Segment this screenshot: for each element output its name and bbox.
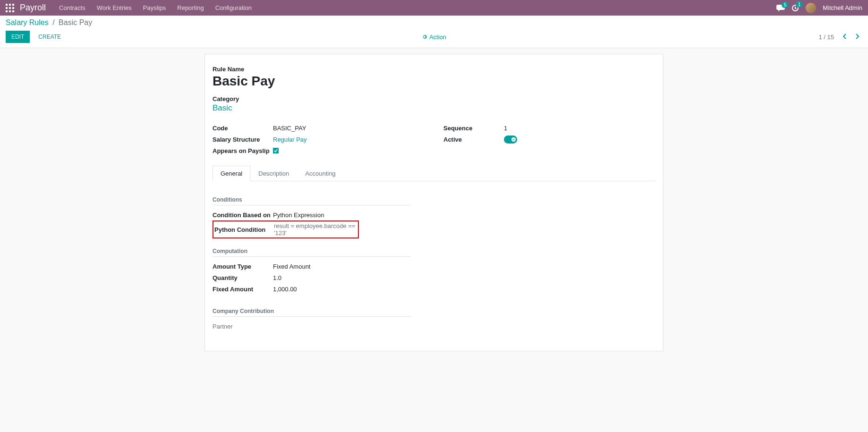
breadcrumb-separator: / — [52, 18, 54, 26]
svg-rect-3 — [6, 7, 8, 9]
breadcrumb: Salary Rules / Basic Pay — [6, 18, 92, 27]
amount-type-value: Fixed Amount — [273, 263, 311, 270]
code-value: BASIC_PAY — [273, 125, 306, 132]
code-label: Code — [213, 125, 273, 132]
nav-contracts[interactable]: Contracts — [59, 4, 85, 11]
appears-on-payslip-value — [273, 147, 279, 154]
gear-icon — [422, 34, 427, 40]
svg-rect-6 — [6, 10, 8, 12]
tab-accounting[interactable]: Accounting — [297, 166, 343, 181]
svg-rect-4 — [9, 7, 11, 9]
fields-two-column: Code BASIC_PAY Salary Structure Regular … — [213, 122, 655, 156]
fixed-amount-value: 1,000.00 — [273, 286, 297, 293]
action-label: Action — [429, 34, 446, 41]
breadcrumb-current: Basic Pay — [59, 18, 92, 26]
nav-configuration[interactable]: Configuration — [215, 4, 252, 11]
activity-badge: 1 — [796, 1, 803, 8]
left-column: Code BASIC_PAY Salary Structure Regular … — [213, 122, 425, 156]
breadcrumb-parent[interactable]: Salary Rules — [6, 18, 49, 26]
sequence-label: Sequence — [443, 125, 504, 132]
user-avatar[interactable] — [806, 3, 816, 13]
apps-menu-icon[interactable] — [6, 4, 14, 12]
svg-rect-1 — [9, 4, 11, 6]
messages-icon[interactable]: 5 — [776, 5, 785, 11]
checkbox-checked-icon — [273, 148, 279, 153]
rule-name-label: Rule Name — [213, 66, 655, 73]
messages-badge: 5 — [782, 2, 789, 8]
quantity-label: Quantity — [213, 274, 273, 281]
nav-reporting[interactable]: Reporting — [177, 4, 204, 11]
nav-payslips[interactable]: Payslips — [143, 4, 166, 11]
activity-icon[interactable]: 1 — [791, 4, 799, 12]
tab-content-general: Conditions Condition Based on Python Exp… — [213, 181, 655, 332]
right-column: Sequence 1 Active — [443, 122, 655, 156]
svg-rect-7 — [9, 10, 11, 12]
condition-based-on-label: Condition Based on — [213, 212, 273, 219]
top-nav: Payroll Contracts Work Entries Payslips … — [0, 0, 868, 16]
salary-structure-value[interactable]: Regular Pay — [273, 136, 307, 143]
python-condition-highlight: Python Condition result = employee.barco… — [213, 220, 359, 238]
nav-links: Contracts Work Entries Payslips Reportin… — [59, 4, 252, 11]
condition-based-on-value: Python Expression — [273, 212, 324, 219]
conditions-section-title: Conditions — [213, 196, 411, 205]
fixed-amount-label: Fixed Amount — [213, 286, 273, 293]
pager-prev[interactable] — [840, 32, 850, 42]
active-label: Active — [443, 136, 504, 143]
action-dropdown[interactable]: Action — [422, 34, 446, 41]
sequence-value: 1 — [504, 125, 507, 132]
app-title[interactable]: Payroll — [20, 3, 46, 13]
nav-work-entries[interactable]: Work Entries — [97, 4, 132, 11]
computation-section-title: Computation — [213, 248, 411, 257]
user-name[interactable]: Mitchell Admin — [823, 4, 862, 11]
breadcrumb-bar: Salary Rules / Basic Pay — [0, 16, 868, 28]
salary-structure-label: Salary Structure — [213, 136, 273, 143]
svg-rect-2 — [12, 4, 14, 6]
appears-on-payslip-label: Appears on Payslip — [213, 147, 273, 154]
toggle-on-icon[interactable] — [504, 136, 517, 144]
pager-text: 1 / 15 — [818, 34, 834, 41]
edit-button[interactable]: EDIT — [6, 31, 30, 43]
category-value[interactable]: Basic — [213, 103, 655, 113]
top-right: 5 1 Mitchell Admin — [776, 3, 862, 13]
tab-description[interactable]: Description — [250, 166, 297, 181]
python-condition-label: Python Condition — [213, 226, 274, 233]
python-condition-value: result = employee.barcode == '123' — [274, 222, 356, 237]
svg-rect-5 — [12, 7, 14, 9]
category-label: Category — [213, 95, 655, 102]
pager-next[interactable] — [852, 32, 862, 42]
amount-type-label: Amount Type — [213, 263, 273, 270]
quantity-value: 1.0 — [273, 274, 281, 281]
create-button[interactable]: CREATE — [34, 31, 65, 43]
rule-name-value: Basic Pay — [213, 74, 655, 89]
active-value — [504, 136, 517, 144]
control-bar: EDIT CREATE Action 1 / 15 — [0, 28, 868, 48]
pager: 1 / 15 — [818, 32, 862, 42]
svg-rect-0 — [6, 4, 8, 6]
form-sheet: Rule Name Basic Pay Category Basic Code … — [204, 54, 664, 351]
svg-rect-8 — [12, 10, 14, 12]
tabs: General Description Accounting — [213, 166, 655, 181]
partner-label: Partner — [213, 323, 273, 330]
company-contribution-section-title: Company Contribution — [213, 308, 411, 317]
tab-general[interactable]: General — [213, 166, 250, 181]
